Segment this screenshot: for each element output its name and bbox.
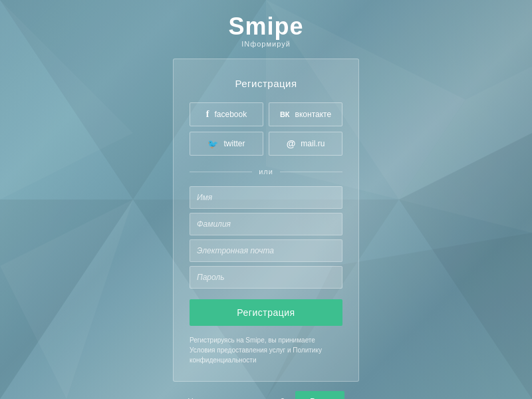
- header: Smipe INформируй: [228, 0, 303, 59]
- divider: или: [190, 168, 342, 176]
- mailru-button[interactable]: @ mail.ru: [269, 132, 342, 156]
- email-input[interactable]: [190, 239, 342, 262]
- twitter-icon: 🐦: [207, 139, 218, 149]
- registration-card: Регистрация f facebook ВК вконтакте 🐦 tw…: [173, 59, 359, 382]
- terms-text: Регистрируясь на Smipe, вы принимаете Ус…: [190, 335, 342, 365]
- facebook-icon: f: [206, 109, 209, 120]
- logo: Smipe: [228, 15, 303, 39]
- social-grid: f facebook ВК вконтакте 🐦 twitter @ mail…: [190, 102, 342, 156]
- surname-input[interactable]: [190, 213, 342, 235]
- divider-line-left: [190, 172, 252, 172]
- divider-line-right: [280, 172, 342, 172]
- login-button[interactable]: Вход: [295, 391, 344, 399]
- vkontakte-button[interactable]: ВК вконтакте: [269, 102, 342, 126]
- vkontakte-label: вконтакте: [295, 110, 332, 119]
- card-title: Регистрация: [190, 78, 342, 89]
- name-input[interactable]: [190, 186, 342, 209]
- twitter-button[interactable]: 🐦 twitter: [190, 132, 263, 156]
- tagline: INформируй: [228, 40, 303, 48]
- already-registered-text: Уже зарегистрировались?: [188, 397, 285, 400]
- divider-text: или: [259, 168, 273, 176]
- bottom-bar: Уже зарегистрировались? Вход: [188, 391, 344, 399]
- password-input[interactable]: [190, 266, 342, 289]
- facebook-label: facebook: [214, 110, 247, 119]
- mailru-icon: @: [287, 138, 296, 149]
- vk-icon: ВК: [280, 110, 290, 118]
- register-button[interactable]: Регистрация: [190, 299, 342, 326]
- twitter-label: twitter: [223, 139, 245, 148]
- mailru-label: mail.ru: [301, 139, 325, 148]
- facebook-button[interactable]: f facebook: [190, 102, 263, 126]
